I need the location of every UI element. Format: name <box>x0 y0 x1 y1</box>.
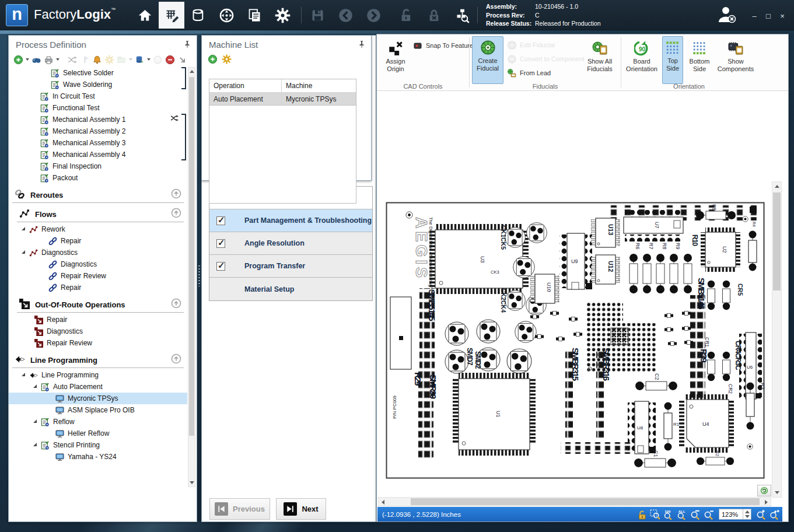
section-flows[interactable]: Flows <box>17 206 184 222</box>
expander-icon[interactable] <box>33 419 37 423</box>
expand-corner-icon[interactable] <box>177 55 187 65</box>
tree-item-flow-diagnostics-repair[interactable]: Repair <box>9 282 187 293</box>
bottom-side-button[interactable]: Bottom Side <box>684 37 715 83</box>
tree-item-asm-siplace-pro-oib[interactable]: ASM Siplace Pro OIB <box>9 404 187 416</box>
step-checkbox[interactable] <box>216 216 225 225</box>
unlock-button[interactable] <box>394 5 418 26</box>
zoom-level-input[interactable]: 123% <box>719 509 751 520</box>
collapse-up-icon[interactable] <box>171 354 181 364</box>
panel-splitter[interactable] <box>198 265 200 286</box>
expander-icon[interactable] <box>22 250 25 254</box>
add-machine-icon[interactable] <box>208 54 218 64</box>
tree-item-line-programming-root[interactable]: Line Programming <box>9 369 187 381</box>
database-dropdown-caret[interactable] <box>147 58 151 61</box>
notify-icon[interactable] <box>92 55 102 65</box>
remove-icon[interactable] <box>165 55 175 65</box>
scroll-up-arrow[interactable] <box>775 185 779 188</box>
collapse-up-icon[interactable] <box>171 208 181 218</box>
navigation-button[interactable] <box>215 5 238 26</box>
scrollbar-thumb[interactable] <box>773 192 781 290</box>
scrollbar-thumb[interactable] <box>189 77 194 436</box>
lock-release-button[interactable] <box>422 5 446 26</box>
tree-item-oor-repair-review[interactable]: Repair Review <box>9 337 187 349</box>
zoom-lock-icon[interactable] <box>636 509 647 520</box>
process-search-button[interactable] <box>450 5 474 26</box>
pcb-component-u7[interactable]: U7 <box>624 210 683 242</box>
forward-button[interactable] <box>362 5 385 26</box>
section-line-programming[interactable]: Line Programming <box>12 352 184 368</box>
print-dropdown-caret[interactable] <box>56 58 60 61</box>
tree-item-mechanical-assembly-2[interactable]: Mechanical Assembly 2 <box>9 125 187 137</box>
machine-settings-icon[interactable] <box>222 54 232 64</box>
database-export-icon[interactable] <box>135 55 145 65</box>
collapse-up-icon[interactable] <box>171 188 181 199</box>
tree-item-reflow[interactable]: Reflow <box>9 416 187 428</box>
process-tree-scrollbar[interactable] <box>188 67 195 487</box>
scroll-down-arrow[interactable] <box>775 491 779 494</box>
tree-item-oor-diagnostics[interactable]: Diagnostics <box>9 326 187 337</box>
minimize-button[interactable]: – <box>748 12 760 20</box>
expander-icon[interactable] <box>22 227 25 230</box>
tree-item-mechanical-assembly-3[interactable]: Mechanical Assembly 3 <box>9 137 187 149</box>
settings-button[interactable] <box>271 5 294 26</box>
tree-item-packout[interactable]: Packout <box>9 172 187 184</box>
step-material-setup[interactable]: Material Setup <box>209 278 372 300</box>
edit-fiducial-button[interactable]: Edit Fiducial <box>507 38 555 51</box>
tree-item-yamaha-ys24[interactable]: Yamaha - YS24 <box>9 451 187 463</box>
pcb-component-u13[interactable]: U13 <box>591 218 620 247</box>
step-angle-resolution[interactable]: Angle Resolution <box>209 232 372 255</box>
machine-table-header[interactable]: Operation Machine <box>209 79 356 93</box>
maximize-button[interactable]: □ <box>762 12 774 20</box>
expander-icon[interactable] <box>33 384 37 388</box>
find-icon[interactable] <box>32 55 41 65</box>
zoom-out-alt-icon[interactable] <box>704 509 714 520</box>
tree-item-flow-diagnostics-diagnostics[interactable]: Diagnostics <box>9 258 187 270</box>
zoom-in-alt-icon[interactable] <box>769 509 780 520</box>
machine-table-row[interactable]: Auto Placement Mycronic TPSys <box>209 93 356 106</box>
tree-item-in-circuit-test[interactable]: In Circuit Test <box>9 90 187 102</box>
pcb-component-u2[interactable]: U2 <box>701 228 740 272</box>
viewer-horizontal-scrollbar[interactable] <box>378 497 771 506</box>
scroll-left-arrow[interactable] <box>382 500 384 505</box>
viewer-vertical-scrollbar[interactable] <box>772 181 782 498</box>
section-reroutes[interactable]: Reroutes <box>12 187 184 203</box>
from-lead-button[interactable]: From Lead <box>507 66 551 79</box>
documents-button[interactable] <box>243 5 266 26</box>
show-components-button[interactable]: Show Components <box>716 37 755 83</box>
add-operation-icon[interactable] <box>13 55 23 65</box>
tree-item-mechanical-assembly-4[interactable]: Mechanical Assembly 4 <box>9 149 187 160</box>
tree-item-final-inspection[interactable]: Final Inspection <box>9 160 187 172</box>
zoom-out-icon[interactable] <box>690 509 701 520</box>
tree-item-flow-diagnostics-repair-review[interactable]: Repair Review <box>9 270 187 282</box>
production-button[interactable] <box>187 5 210 26</box>
print-icon[interactable] <box>44 55 54 65</box>
step-program-transfer[interactable]: Program Transfer <box>209 255 372 278</box>
close-button[interactable]: × <box>776 12 788 20</box>
column-operation[interactable]: Operation <box>209 79 282 92</box>
tree-item-auto-placement[interactable]: Auto Placement <box>9 381 187 393</box>
tree-item-wave-soldering[interactable]: Wave Soldering <box>9 79 187 90</box>
section-out-of-route[interactable]: Out-Of-Route Operations <box>17 297 184 313</box>
add-dropdown-caret[interactable] <box>26 58 29 61</box>
process-editor-button[interactable] <box>159 2 184 29</box>
pcb-component-u10[interactable]: U10 <box>530 274 559 303</box>
app-logo[interactable]: n <box>6 4 28 26</box>
zoom-100-icon[interactable]: 100 <box>663 509 674 520</box>
snap-to-feature-button[interactable]: Snap To Feature <box>413 39 473 52</box>
step-checkbox[interactable] <box>216 239 225 248</box>
zoom-all-icon[interactable]: ALL <box>677 509 687 520</box>
pcb-component-u12[interactable]: U12 <box>591 255 620 284</box>
show-all-fiducials-button[interactable]: Show All Fiducials <box>582 37 618 83</box>
tree-item-oor-repair[interactable]: Repair <box>9 314 187 326</box>
expander-icon[interactable] <box>33 443 37 446</box>
next-button[interactable]: Next <box>276 498 326 520</box>
pin-icon[interactable] <box>183 40 191 48</box>
step-part-management[interactable]: Part Management & Troubleshooting <box>209 209 372 232</box>
tree-item-functional-test[interactable]: Functional Test <box>9 102 187 114</box>
tree-item-flow-rework-repair[interactable]: Repair <box>9 235 187 247</box>
collapse-up-icon[interactable] <box>171 298 181 309</box>
zoom-level-value[interactable]: 123% <box>719 511 743 518</box>
expander-icon[interactable] <box>22 373 25 376</box>
logout-user-button[interactable] <box>716 5 737 26</box>
tree-item-stencil-printing[interactable]: Stencil Printing <box>9 439 187 451</box>
